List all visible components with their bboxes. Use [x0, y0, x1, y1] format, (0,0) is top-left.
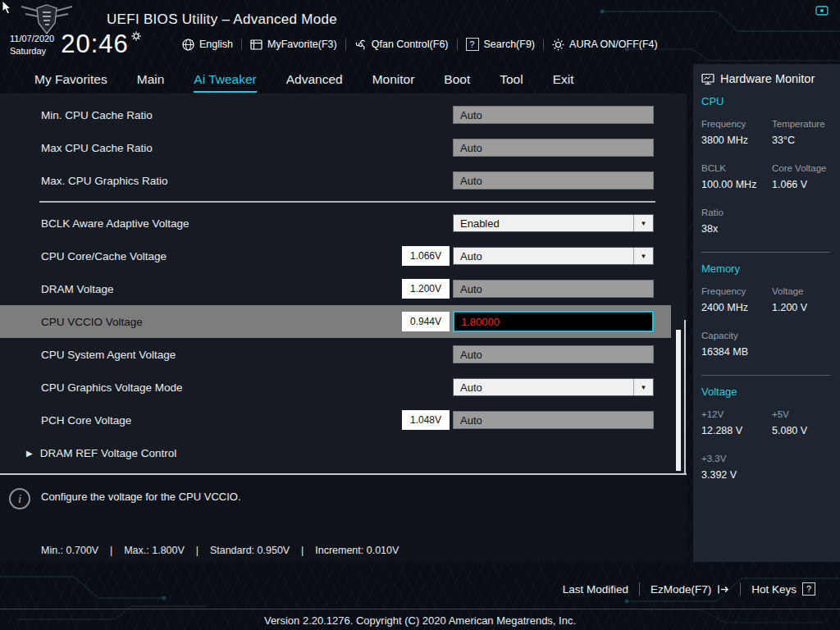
- select-value: Auto: [454, 250, 633, 262]
- hm-memory-voltage: Voltage 1.200 V: [772, 286, 830, 313]
- hm-cpu-ratio: Ratio 38x: [701, 208, 772, 235]
- hm-voltage-5v: +5V 5.080 V: [772, 409, 830, 436]
- setting-label: CPU System Agent Voltage: [41, 349, 453, 361]
- corner-icon[interactable]: [815, 5, 829, 16]
- hm-divider: [701, 375, 830, 376]
- hm-memory-frequency: Frequency 2400 MHz: [701, 286, 772, 313]
- hot-keys-question-icon: ?: [802, 582, 815, 596]
- info-icon: i: [9, 488, 30, 509]
- setting-value-input[interactable]: Auto: [453, 411, 654, 429]
- select-value: Auto: [454, 381, 633, 394]
- setting-label: DRAM Voltage: [41, 283, 402, 295]
- footer: Last Modified EzMode(F7) Hot Keys ? Vers…: [0, 562, 840, 630]
- hardware-monitor-panel: Hardware Monitor CPU Frequency 3800 MHz …: [693, 64, 840, 562]
- search-label: Search(F9): [484, 39, 536, 50]
- setting-row-min-cpu-cache-ratio[interactable]: Min. CPU Cache Ratio Auto: [0, 98, 687, 131]
- hm-cpu-section-title: CPU: [701, 95, 830, 107]
- hm-cpu-bclk: BCLK 100.00 MHz: [701, 163, 772, 190]
- hm-voltage-12v: +12V 12.288 V: [701, 409, 772, 436]
- setting-select[interactable]: Auto ▼: [453, 378, 654, 396]
- clock: 11/07/2020 Saturday 20:46: [10, 30, 141, 59]
- setting-label: Max. CPU Graphics Ratio: [41, 175, 453, 187]
- voltage-edit-input[interactable]: 1.80000: [453, 311, 654, 332]
- hm-memory-capacity: Capacity 16384 MB: [701, 331, 772, 358]
- scrollbar-thumb[interactable]: [676, 330, 681, 471]
- setting-row-dram-ref-voltage-control[interactable]: ▶ DRAM REF Voltage Control: [0, 436, 687, 469]
- value-limits-text: Min.: 0.700V | Max.: 1.800V | Standard: …: [41, 545, 399, 556]
- clock-settings-gear-icon[interactable]: [131, 31, 141, 41]
- footer-divider: [0, 609, 840, 609]
- globe-icon: [182, 39, 194, 51]
- last-modified-button[interactable]: Last Modified: [563, 583, 628, 596]
- tab-exit[interactable]: Exit: [553, 72, 574, 87]
- setting-row-bclk-aware-adaptive-voltage[interactable]: BCLK Aware Adaptive Voltage Enabled ▼: [0, 207, 687, 240]
- last-modified-label: Last Modified: [563, 583, 628, 596]
- scrollbar-track: [684, 320, 686, 474]
- setting-row-cpu-core-cache-voltage[interactable]: CPU Core/Cache Voltage 1.066V Auto ▼: [0, 240, 687, 272]
- setting-label: CPU Core/Cache Voltage: [41, 250, 402, 262]
- setting-label: DRAM REF Voltage Control: [40, 447, 654, 459]
- setting-label: BCLK Aware Adaptive Voltage: [41, 217, 453, 230]
- setting-value-input[interactable]: Auto: [453, 280, 654, 298]
- mouse-cursor: [2, 0, 11, 15]
- hardware-monitor-title: Hardware Monitor: [720, 72, 815, 85]
- header-menu: English MyFavorite(F3) Qfan Control(F6) …: [174, 38, 666, 51]
- setting-row-max-cpu-graphics-ratio[interactable]: Max. CPU Graphics Ratio Auto: [0, 164, 687, 197]
- search-question-icon: ?: [466, 38, 479, 51]
- tab-monitor[interactable]: Monitor: [372, 72, 415, 87]
- tab-ai-tweaker[interactable]: Ai Tweaker: [194, 72, 256, 87]
- my-favorite-button[interactable]: MyFavorite(F3): [242, 39, 345, 50]
- setting-value-input[interactable]: Auto: [453, 345, 654, 363]
- setting-value-input[interactable]: Auto: [453, 139, 654, 157]
- hm-divider: [701, 252, 830, 253]
- tab-bar: My Favorites Main Ai Tweaker Advanced Mo…: [0, 66, 687, 94]
- hm-voltage-section-title: Voltage: [701, 386, 830, 398]
- my-favorite-icon: [250, 39, 262, 50]
- language-button[interactable]: English: [174, 39, 241, 51]
- setting-row-dram-voltage[interactable]: DRAM Voltage 1.200V Auto: [0, 272, 687, 305]
- help-panel: i Configure the voltage for the CPU VCCI…: [0, 473, 687, 562]
- chevron-down-icon: ▼: [633, 248, 653, 264]
- version-text: Version 2.20.1276. Copyright (C) 2020 Am…: [0, 614, 840, 627]
- help-text: Configure the voltage for the CPU VCCIO.: [41, 491, 241, 503]
- tab-advanced[interactable]: Advanced: [286, 72, 343, 87]
- setting-label: CPU VCCIO Voltage: [41, 316, 402, 328]
- monitor-icon: [701, 73, 714, 85]
- submenu-arrow-icon: ▶: [26, 449, 33, 458]
- current-voltage-badge: 1.200V: [402, 279, 450, 299]
- app-title: UEFI BIOS Utility – Advanced Mode: [107, 11, 337, 28]
- hot-keys-label: Hot Keys: [751, 583, 797, 596]
- fan-icon: [354, 39, 367, 51]
- hm-memory-section-title: Memory: [701, 262, 830, 275]
- setting-row-cpu-graphics-voltage-mode[interactable]: CPU Graphics Voltage Mode Auto ▼: [0, 371, 687, 404]
- search-button[interactable]: ? Search(F9): [458, 38, 544, 51]
- setting-row-max-cpu-cache-ratio[interactable]: Max CPU Cache Ratio Auto: [0, 131, 687, 164]
- aura-button[interactable]: AURA ON/OFF(F4): [544, 39, 666, 51]
- setting-value-input[interactable]: Auto: [453, 106, 654, 124]
- tab-main[interactable]: Main: [137, 72, 165, 87]
- chevron-down-icon: ▼: [633, 215, 653, 231]
- time-display: 20:46: [61, 30, 129, 59]
- hot-keys-button[interactable]: Hot Keys ?: [751, 582, 815, 596]
- hm-voltage-3v3: +3.3V 3.392 V: [701, 454, 772, 481]
- hm-cpu-frequency: Frequency 3800 MHz: [701, 119, 772, 146]
- qfan-label: Qfan Control(F6): [372, 39, 449, 50]
- header: UEFI BIOS Utility – Advanced Mode 11/07/…: [0, 0, 840, 64]
- ez-mode-arrow-icon: [717, 584, 729, 595]
- language-label: English: [199, 39, 233, 50]
- current-voltage-badge: 1.048V: [402, 410, 450, 430]
- setting-row-cpu-system-agent-voltage[interactable]: CPU System Agent Voltage Auto: [0, 338, 687, 371]
- setting-select[interactable]: Auto ▼: [453, 247, 654, 265]
- tab-tool[interactable]: Tool: [500, 72, 523, 87]
- footer-separator: [639, 582, 640, 596]
- tab-my-favorites[interactable]: My Favorites: [34, 72, 107, 87]
- setting-select[interactable]: Enabled ▼: [453, 214, 654, 232]
- setting-value-input[interactable]: Auto: [453, 171, 654, 189]
- qfan-control-button[interactable]: Qfan Control(F6): [346, 39, 457, 51]
- ez-mode-button[interactable]: EzMode(F7): [651, 583, 729, 596]
- chevron-down-icon: ▼: [633, 379, 653, 395]
- setting-row-pch-core-voltage[interactable]: PCH Core Voltage 1.048V Auto: [0, 404, 687, 436]
- hm-cpu-temperature: Temperature 33°C: [772, 119, 830, 146]
- tab-boot[interactable]: Boot: [444, 72, 470, 87]
- setting-row-cpu-vccio-voltage[interactable]: CPU VCCIO Voltage 0.944V 1.80000: [0, 305, 671, 338]
